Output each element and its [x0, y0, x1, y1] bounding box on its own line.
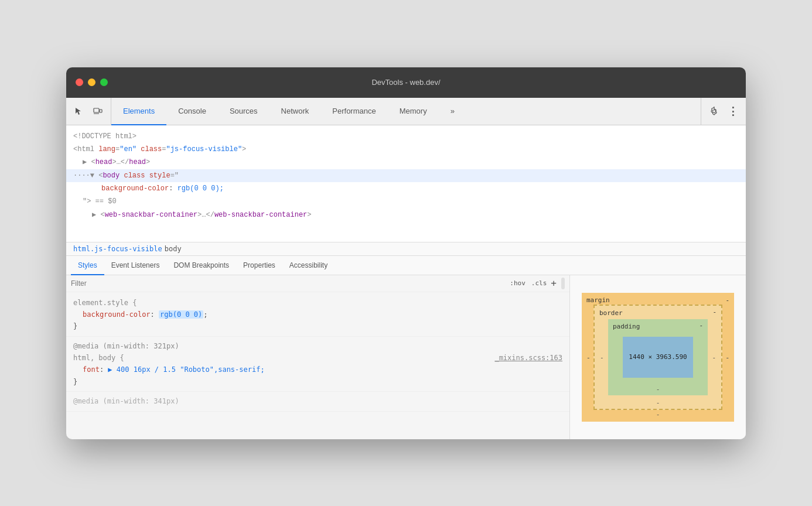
tab-sources[interactable]: Sources [218, 98, 269, 125]
svg-rect-0 [94, 108, 99, 112]
close-button[interactable] [76, 78, 83, 86]
inspect-icon[interactable] [71, 103, 87, 119]
tab-console[interactable]: Console [166, 98, 218, 125]
box-padding: padding - - - - 1440 × 3963.590 [608, 319, 708, 395]
styles-tab-bar: Styles Event Listeners DOM Breakpoints P… [66, 256, 746, 275]
hov-button[interactable]: :hov [508, 279, 527, 288]
more-options-icon[interactable]: ⋮ [725, 103, 741, 119]
styles-tab-properties[interactable]: Properties [236, 257, 282, 275]
tab-more[interactable]: » [439, 98, 466, 125]
border-dash: - [712, 308, 717, 316]
styles-panel: Styles Event Listeners DOM Breakpoints P… [66, 256, 746, 439]
padding-bottom-val: - [656, 385, 660, 393]
tab-performance[interactable]: Performance [320, 98, 387, 125]
breadcrumb-html[interactable]: html.js-focus-visible [73, 245, 162, 253]
tab-elements[interactable]: Elements [111, 98, 166, 125]
padding-right-val: - [712, 353, 716, 361]
tab-list: Elements Console Sources Network Perform… [111, 98, 701, 125]
device-icon[interactable] [90, 103, 106, 119]
tab-network[interactable]: Network [269, 98, 321, 125]
dom-body-element[interactable]: ····▼ <body class style=" [66, 169, 746, 182]
margin-dash-tr: - [725, 296, 729, 304]
rule-media-321: @media (min-width: 321px) html, body { _… [66, 339, 569, 392]
box-margin: margin - - - - border - - - - padding [582, 293, 734, 422]
margin-label: margin [586, 296, 610, 304]
border-bottom-val: - [656, 399, 660, 406]
styles-rules-panel: :hov .cls + element.style { background-c… [66, 275, 570, 439]
titlebar: DevTools - web.dev/ [66, 67, 746, 98]
box-dimensions: 1440 × 3963.590 [623, 337, 693, 378]
breadcrumb-body[interactable]: body [165, 245, 182, 253]
filter-scrollbar [561, 278, 565, 289]
padding-label: padding [613, 323, 640, 330]
border-right-val: - [725, 353, 729, 361]
tab-memory[interactable]: Memory [388, 98, 439, 125]
margin-bottom-val: - [656, 411, 660, 418]
styles-tab-accessibility[interactable]: Accessibility [282, 257, 335, 275]
styles-rules-list: element.style { background-color: rgb(0 … [66, 292, 569, 439]
styles-filter-bar: :hov .cls + [66, 275, 569, 292]
filter-buttons: :hov .cls + [508, 278, 557, 289]
box-model-panel: margin - - - - border - - - - padding [570, 275, 746, 439]
breadcrumb: html.js-focus-visible body [66, 242, 746, 256]
styles-content-area: :hov .cls + element.style { background-c… [66, 275, 746, 439]
styles-tab-styles[interactable]: Styles [71, 257, 104, 275]
padding-dash: - [699, 322, 703, 329]
window-title: DevTools - web.dev/ [371, 78, 440, 87]
styles-tab-event-listeners[interactable]: Event Listeners [104, 257, 167, 275]
toolbar-right: ⋮ [701, 98, 746, 125]
dom-body-close: "> == $0 [66, 195, 746, 208]
toolbar: Elements Console Sources Network Perform… [66, 98, 746, 125]
box-border: border - - - - padding - - - - 1440 [593, 305, 722, 410]
border-label: border [599, 309, 623, 317]
svg-rect-1 [100, 110, 102, 112]
dom-tree: <!DOCTYPE html> <html lang="en" class="j… [66, 125, 746, 242]
settings-icon[interactable] [706, 103, 722, 119]
border-left-val: - [586, 353, 591, 361]
cls-button[interactable]: .cls [530, 279, 549, 288]
add-style-button[interactable]: + [551, 278, 557, 289]
dom-head-element[interactable]: ▶ <head>…</head> [66, 156, 746, 169]
rule-element-style: element.style { background-color: rgb(0 … [66, 296, 569, 337]
dom-doctype[interactable]: <!DOCTYPE html> [66, 130, 746, 143]
dom-body-style-prop: background-color: rgb(0 0 0); [66, 182, 746, 195]
dom-snackbar-element[interactable]: ▶ <web-snackbar-container>…</web-snackba… [66, 208, 746, 221]
toolbar-icons [66, 98, 111, 125]
dom-html-element[interactable]: <html lang="en" class="js-focus-visible"… [66, 143, 746, 156]
minimize-button[interactable] [88, 78, 95, 86]
devtools-window: DevTools - web.dev/ Elements C [66, 67, 746, 439]
rule-media-341: @media (min-width: 341px) [66, 394, 569, 411]
maximize-button[interactable] [100, 78, 108, 86]
traffic-lights [76, 78, 108, 86]
styles-filter-input[interactable] [71, 279, 503, 288]
padding-left-val: - [600, 353, 604, 361]
styles-tab-dom-breakpoints[interactable]: DOM Breakpoints [166, 257, 236, 275]
